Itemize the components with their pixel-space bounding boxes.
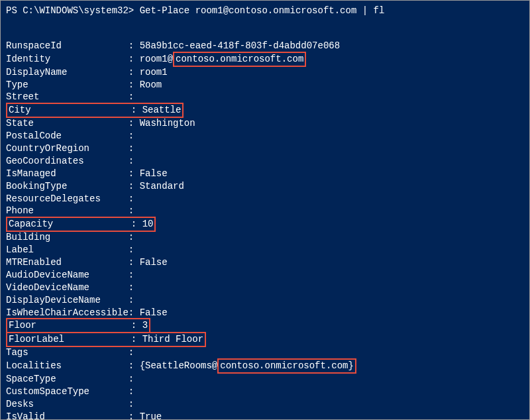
property-key: Identity : room1@ [6, 54, 173, 64]
highlight-City: City : Seattle [6, 103, 184, 118]
property-line: DisplayName : room1 [6, 67, 168, 78]
output-row-VideoDeviceName: VideoDeviceName : [6, 282, 524, 294]
property-line: RunspaceId : 58a9b1cc-eaed-418f-803f-d4a… [6, 40, 340, 51]
highlight-Capacity: Capacity : 10 [6, 217, 156, 232]
output-row-FloorLabel: FloorLabel : Third Floor [6, 333, 524, 346]
property-key: Localities : {SeattleRooms@ [6, 360, 217, 371]
highlight-Floor: Floor : 3 [6, 318, 150, 333]
output-row-AudioDeviceName: AudioDeviceName : [6, 269, 524, 282]
output-row-City: City : Seattle [6, 103, 524, 117]
property-line: MTREnabled : False [6, 257, 168, 268]
property-line: AudioDeviceName : [6, 270, 140, 280]
property-line: VideoDeviceName : [6, 282, 140, 293]
output-row-Label: Label : [6, 244, 524, 256]
output-row-Phone: Phone : [6, 205, 524, 217]
output-row-ResourceDelegates: ResourceDelegates : [6, 193, 524, 205]
output-row-IsWheelChairAccessible: IsWheelChairAccessible: False [6, 307, 524, 319]
output-row-SpaceType: SpaceType : [6, 373, 524, 386]
property-line: Desks : [6, 399, 140, 409]
property-line: BookingType : Standard [6, 181, 184, 191]
prompt-prefix: PS C:\WINDOWS\system32> [6, 5, 140, 16]
property-line: IsManaged : False [6, 168, 168, 179]
property-line: ResourceDelegates : [6, 193, 140, 204]
property-line: Tags : [6, 347, 140, 358]
command-output: RunspaceId : 58a9b1cc-eaed-418f-803f-d4a… [6, 40, 524, 420]
highlight-FloorLabel: FloorLabel : Third Floor [6, 332, 206, 347]
output-row-Floor: Floor : 3 [6, 319, 524, 333]
output-row-RunspaceId: RunspaceId : 58a9b1cc-eaed-418f-803f-d4a… [6, 40, 524, 52]
highlight-Localities: contoso.onmicrosoft.com} [217, 358, 356, 374]
output-row-BookingType: BookingType : Standard [6, 180, 524, 193]
output-row-Desks: Desks : [6, 398, 524, 411]
property-line: GeoCoordinates : [6, 156, 140, 166]
property-line: DisplayDeviceName : [6, 295, 140, 305]
output-spacer [6, 28, 524, 40]
property-line: PostalCode : [6, 131, 140, 141]
output-row-MTREnabled: MTREnabled : False [6, 256, 524, 269]
output-row-IsManaged: IsManaged : False [6, 168, 524, 180]
property-line: Building : [6, 232, 140, 242]
highlight-Identity: contoso.onmicrosoft.com [173, 52, 306, 67]
output-row-Street: Street : [6, 91, 524, 103]
property-line: CountryOrRegion : [6, 143, 140, 154]
property-line: Label : [6, 244, 140, 255]
output-row-PostalCode: PostalCode : [6, 130, 524, 142]
output-row-IsValid: IsValid : True [6, 411, 524, 420]
output-row-Localities: Localities : {SeattleRooms@contoso.onmic… [6, 359, 524, 373]
output-row-CountryOrRegion: CountryOrRegion : [6, 142, 524, 155]
output-row-CustomSpaceType: CustomSpaceType : [6, 386, 524, 398]
output-row-Identity: Identity : room1@contoso.onmicrosoft.com [6, 52, 524, 66]
output-row-DisplayDeviceName: DisplayDeviceName : [6, 294, 524, 307]
property-line: CustomSpaceType : [6, 386, 140, 397]
output-row-Tags: Tags : [6, 346, 524, 359]
property-line: Street : [6, 91, 140, 102]
prompt-command: Get-Place room1@contoso.onmicrosoft.com … [140, 5, 385, 16]
prompt-line[interactable]: PS C:\WINDOWS\system32> Get-Place room1@… [6, 5, 524, 17]
output-row-DisplayName: DisplayName : room1 [6, 66, 524, 79]
property-line: Phone : [6, 205, 140, 216]
property-line: IsWheelChairAccessible: False [6, 307, 168, 318]
output-row-Building: Building : [6, 231, 524, 244]
output-row-Capacity: Capacity : 10 [6, 217, 524, 231]
property-line: Type : Room [6, 79, 162, 90]
output-row-GeoCoordinates: GeoCoordinates : [6, 155, 524, 168]
property-line: IsValid : True [6, 411, 162, 420]
output-row-State: State : Washington [6, 117, 524, 130]
property-line: State : Washington [6, 118, 195, 129]
output-row-Type: Type : Room [6, 79, 524, 91]
property-line: SpaceType : [6, 374, 140, 384]
